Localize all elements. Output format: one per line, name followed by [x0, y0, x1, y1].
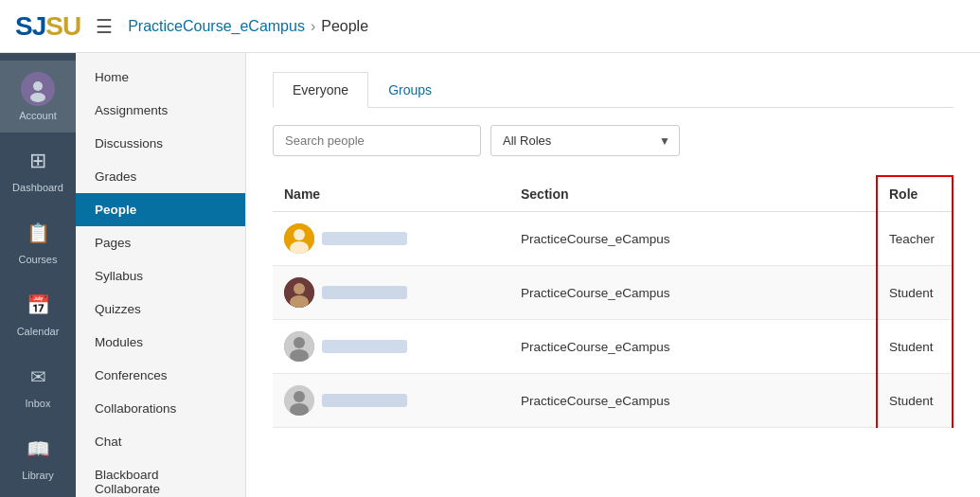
sidebar-item-calendar[interactable]: 📅 Calendar — [0, 276, 76, 348]
section-cell: PracticeCourse_eCampus — [509, 320, 877, 374]
svg-point-7 — [294, 283, 305, 294]
calendar-label: Calendar — [17, 326, 60, 337]
svg-point-2 — [30, 93, 45, 102]
avatar — [284, 277, 314, 308]
sidebar-item-account[interactable]: Account — [0, 61, 76, 133]
course-nav-conferences[interactable]: Conferences — [76, 359, 245, 392]
courses-icon: 📋 — [21, 216, 55, 250]
col-header-role: Role — [877, 176, 953, 212]
course-nav-assignments[interactable]: Assignments — [76, 94, 245, 127]
course-nav-people[interactable]: People — [76, 193, 245, 226]
sidebar-item-dashboard[interactable]: ⊞ Dashboard — [0, 133, 76, 204]
name-cell — [273, 266, 509, 320]
role-cell: Student — [877, 374, 953, 428]
name-cell — [273, 374, 509, 428]
dashboard-icon: ⊞ — [21, 144, 55, 178]
hamburger-icon[interactable]: ☰ — [96, 15, 113, 38]
sidebar-item-library[interactable]: 📖 Library — [0, 420, 76, 492]
avatar — [284, 223, 314, 254]
sjsu-logo: SJSU — [15, 11, 80, 42]
breadcrumb-course[interactable]: PracticeCourse_eCampus — [128, 18, 305, 35]
top-bar: SJSU ☰ PracticeCourse_eCampus › People — [0, 0, 980, 53]
section-cell: PracticeCourse_eCampus — [509, 212, 877, 266]
library-icon: 📖 — [21, 432, 55, 466]
course-nav-blackboard[interactable]: Blackboard Collaborate — [76, 458, 245, 497]
name-cell — [273, 212, 509, 266]
dashboard-label: Dashboard — [12, 182, 63, 193]
role-cell: Student — [877, 266, 953, 320]
person-name-blurred — [322, 232, 407, 245]
people-table: Name Section Role — [273, 175, 953, 428]
avatar — [284, 385, 314, 416]
courses-label: Courses — [19, 254, 58, 265]
course-nav-pages[interactable]: Pages — [76, 226, 245, 259]
role-cell: Student — [877, 320, 953, 374]
course-nav-chat[interactable]: Chat — [76, 425, 245, 458]
course-nav-grades[interactable]: Grades — [76, 160, 245, 193]
table-row: PracticeCourse_eCampus Student — [273, 374, 953, 428]
table-row: PracticeCourse_eCampus Teacher — [273, 212, 953, 266]
section-cell: PracticeCourse_eCampus — [509, 374, 877, 428]
account-icon — [21, 72, 55, 106]
sidebar-item-courses[interactable]: 📋 Courses — [0, 204, 76, 276]
svg-point-1 — [33, 81, 43, 91]
search-row: All Roles Teacher Student TA Observer De… — [273, 125, 953, 156]
global-nav: Account ⊞ Dashboard 📋 Courses 📅 Calendar… — [0, 53, 76, 497]
svg-point-4 — [294, 229, 305, 240]
course-nav-quizzes[interactable]: Quizzes — [76, 293, 245, 326]
calendar-icon: 📅 — [21, 288, 55, 322]
course-nav-modules[interactable]: Modules — [76, 326, 245, 359]
breadcrumb: PracticeCourse_eCampus › People — [128, 18, 368, 35]
tab-everyone[interactable]: Everyone — [273, 72, 368, 108]
course-nav-home[interactable]: Home — [76, 61, 245, 94]
library-label: Library — [22, 470, 54, 481]
col-header-name: Name — [273, 176, 509, 212]
name-cell — [273, 320, 509, 374]
role-select[interactable]: All Roles Teacher Student TA Observer De… — [490, 125, 680, 156]
people-tabs: Everyone Groups — [273, 72, 953, 108]
inbox-icon: ✉ — [21, 360, 55, 394]
person-name-blurred — [322, 286, 407, 299]
breadcrumb-separator: › — [311, 18, 315, 35]
table-row: PracticeCourse_eCampus Student — [273, 320, 953, 374]
account-label: Account — [19, 110, 57, 121]
course-nav-collaborations[interactable]: Collaborations — [76, 392, 245, 425]
section-cell: PracticeCourse_eCampus — [509, 266, 877, 320]
course-nav-syllabus[interactable]: Syllabus — [76, 259, 245, 293]
main-layout: Account ⊞ Dashboard 📋 Courses 📅 Calendar… — [0, 53, 980, 497]
inbox-label: Inbox — [26, 398, 51, 409]
tab-groups[interactable]: Groups — [368, 72, 452, 108]
role-select-wrapper: All Roles Teacher Student TA Observer De… — [490, 125, 680, 156]
svg-point-10 — [294, 337, 305, 348]
course-nav: Home Assignments Discussions Grades Peop… — [76, 53, 246, 497]
content-area: Everyone Groups All Roles Teacher Studen… — [246, 53, 980, 497]
breadcrumb-current: People — [321, 18, 368, 35]
sidebar-item-inbox[interactable]: ✉ Inbox — [0, 348, 76, 420]
col-header-section: Section — [509, 176, 877, 212]
table-row: PracticeCourse_eCampus Student — [273, 266, 953, 320]
person-name-blurred — [322, 394, 407, 407]
search-input[interactable] — [273, 125, 481, 156]
role-cell: Teacher — [877, 212, 953, 266]
course-nav-discussions[interactable]: Discussions — [76, 127, 245, 160]
avatar — [284, 331, 314, 362]
person-name-blurred — [322, 340, 407, 353]
svg-point-13 — [294, 391, 305, 402]
